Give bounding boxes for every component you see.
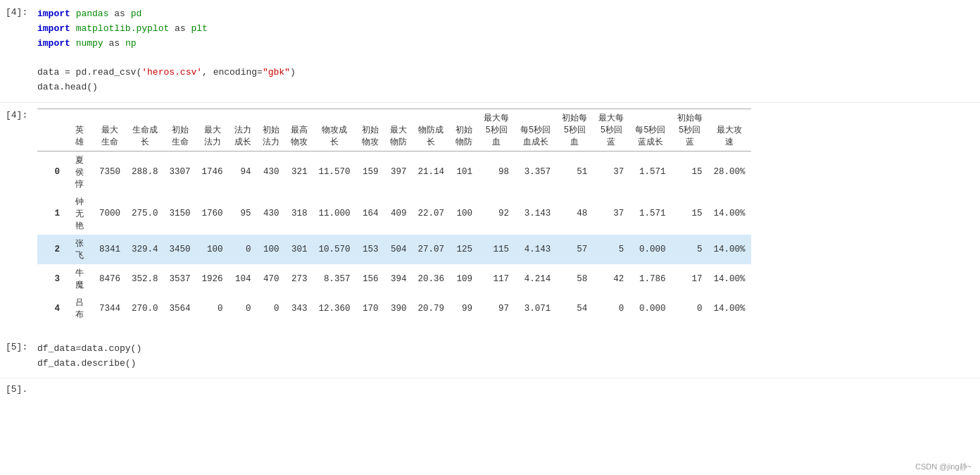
cell-value: 5 <box>593 235 629 264</box>
cell-value: 7350 <box>94 151 126 193</box>
cell-value: 8341 <box>94 235 126 264</box>
cell-value: 1.571 <box>629 151 671 193</box>
cell-value: 390 <box>384 294 413 323</box>
table-body: 0夏侯惇7350288.8330717469443032111.57015939… <box>37 151 751 323</box>
cell-value: 48 <box>556 193 593 235</box>
cell-value: 115 <box>478 235 515 264</box>
cell-value: 409 <box>384 193 413 235</box>
code-line-3: import numpy as np <box>37 37 974 51</box>
hero-name: 牛魔 <box>65 264 94 294</box>
row-index: 3 <box>37 264 65 294</box>
cell-value: 504 <box>384 235 413 264</box>
cell-value: 1926 <box>196 264 229 294</box>
cell-value: 394 <box>384 264 413 294</box>
cell-value: 42 <box>593 264 629 294</box>
code-line-7: df_data=data.copy() <box>37 342 974 357</box>
table-row: 3牛魔8476352.8353719261044702738.357156394… <box>37 264 751 294</box>
code-line-2: import matplotlib.pyplot as plt <box>37 22 974 37</box>
hero-name: 张飞 <box>65 235 94 264</box>
th-init-mpregen: 初始每5秒回蓝 <box>672 109 708 151</box>
th-hp-growth: 生命成长 <box>126 109 164 151</box>
cell-value: 97 <box>478 294 515 323</box>
th-max-aspd: 最大攻速 <box>708 109 751 151</box>
code-line-5: data = pd.read_csv('heros.csv', encoding… <box>37 66 974 80</box>
cell-4-input: [4]: import pandas as pd import matplotl… <box>0 0 980 103</box>
cell-value: 170 <box>356 294 384 323</box>
cell-value: 15 <box>672 151 708 193</box>
cell-value: 37 <box>593 193 629 235</box>
cell-5-bottom: [5]. <box>0 378 980 396</box>
cell-value: 0 <box>229 294 257 323</box>
cell-value: 159 <box>356 151 384 193</box>
cell-value: 11.000 <box>313 193 356 235</box>
cell-value: 430 <box>257 193 285 235</box>
table-row: 4吕布7344270.0356400034312.36017039020.799… <box>37 294 751 323</box>
cell-value: 3.357 <box>515 151 556 193</box>
th-max-mpregen: 最大每5秒回蓝 <box>593 109 629 151</box>
cell-value: 318 <box>285 193 313 235</box>
th-init-atk: 初始物攻 <box>356 109 384 151</box>
cell-4-label: [4]: <box>0 3 32 18</box>
cell-value: 21.14 <box>413 151 451 193</box>
cell-value: 273 <box>285 264 313 294</box>
cell-value: 22.07 <box>413 193 451 235</box>
cell-value: 1.571 <box>629 193 671 235</box>
cell-value: 54 <box>556 294 593 323</box>
cell-4-output: [4]: 英雄 最大生命 生命成长 初始生命 最大法力 法力成长 初始法力 最高… <box>0 103 980 329</box>
cell-value: 27.07 <box>413 235 451 264</box>
th-init-regen: 初始每5秒回血 <box>556 109 593 151</box>
cell-value: 0.000 <box>629 235 671 264</box>
cell-value: 14.00% <box>708 294 751 323</box>
cell-value: 430 <box>257 151 285 193</box>
cell-value: 3307 <box>164 151 196 193</box>
cell-value: 3537 <box>164 264 196 294</box>
cell-value: 352.8 <box>126 264 164 294</box>
code-line-1: import pandas as pd <box>37 7 974 22</box>
code-line-4 <box>37 51 974 66</box>
row-index: 4 <box>37 294 65 323</box>
cell-value: 8.357 <box>313 264 356 294</box>
cell-value: 95 <box>229 193 257 235</box>
cell-value: 100 <box>450 193 478 235</box>
cell-value: 58 <box>556 264 593 294</box>
cell-value: 470 <box>257 264 285 294</box>
cell-value: 109 <box>450 264 478 294</box>
cell-value: 0 <box>257 294 285 323</box>
cell-value: 0.000 <box>629 294 671 323</box>
row-index: 1 <box>37 193 65 235</box>
cell-value: 0 <box>196 294 229 323</box>
th-def-growth: 物防成长 <box>413 109 451 151</box>
table-row: 2张飞8341329.43450100010030110.57015350427… <box>37 235 751 264</box>
row-index: 0 <box>37 151 65 193</box>
cell-5-bottom-label: [5]. <box>0 380 32 395</box>
th-max-regen: 最大每5秒回血 <box>478 109 515 151</box>
cell-value: 0 <box>229 235 257 264</box>
cell-4-output-label: [4]: <box>0 106 32 121</box>
th-max-hp: 最大生命 <box>94 109 126 151</box>
code-line-6: data.head() <box>37 80 974 95</box>
cell-value: 1.786 <box>629 264 671 294</box>
th-max-def: 最大物防 <box>384 109 413 151</box>
cell-value: 1760 <box>196 193 229 235</box>
th-init-hp: 初始生命 <box>164 109 196 151</box>
cell-5-input: [5]: df_data=data.copy() df_data.describ… <box>0 335 980 379</box>
cell-value: 125 <box>450 235 478 264</box>
th-max-mp: 最大法力 <box>196 109 229 151</box>
th-hero: 英雄 <box>65 109 94 151</box>
cell-value: 10.570 <box>313 235 356 264</box>
cell-value: 57 <box>556 235 593 264</box>
cell-value: 4.214 <box>515 264 556 294</box>
cell-value: 17 <box>672 264 708 294</box>
th-regen-growth: 每5秒回血成长 <box>515 109 556 151</box>
th-mp-growth: 法力成长 <box>229 109 257 151</box>
cell-value: 3.143 <box>515 193 556 235</box>
cell-value: 397 <box>384 151 413 193</box>
cell-5-label: [5]: <box>0 338 32 352</box>
th-empty <box>37 109 65 151</box>
table-row: 1钟无艳7000275.0315017609543031811.00016440… <box>37 193 751 235</box>
cell-value: 3564 <box>164 294 196 323</box>
dataframe-output: 英雄 最大生命 生命成长 初始生命 最大法力 法力成长 初始法力 最高物攻 物攻… <box>32 106 980 326</box>
hero-name: 吕布 <box>65 294 94 323</box>
hero-name: 夏侯惇 <box>65 151 94 193</box>
cell-value: 11.570 <box>313 151 356 193</box>
